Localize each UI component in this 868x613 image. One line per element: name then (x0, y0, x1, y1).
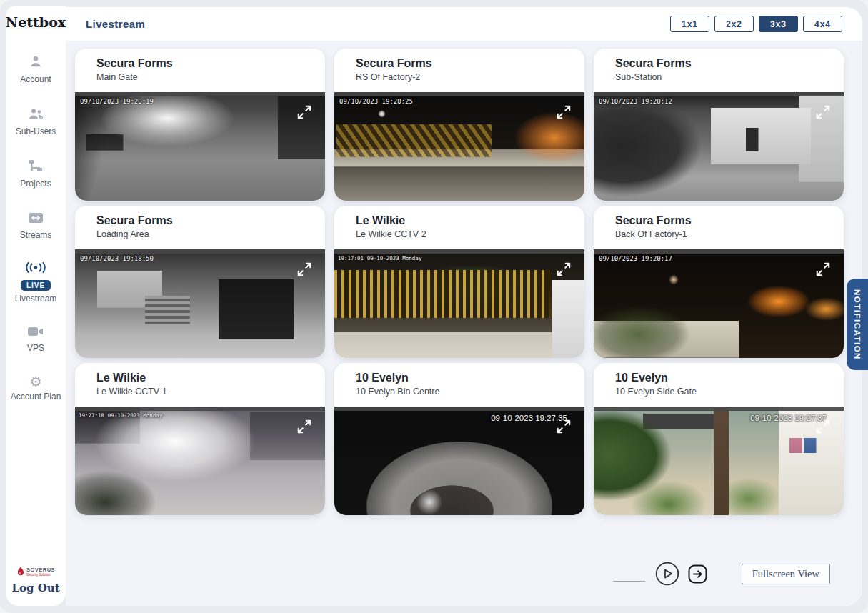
camera-video-stream[interactable]: 09/10/2023 19:20:17 (594, 249, 844, 358)
logo-text: SOVERUS Security Solution (26, 567, 55, 577)
camera-project-title: Le Wilkie (356, 214, 573, 227)
sidebar-item-streams[interactable]: Streams (6, 211, 66, 240)
sidebar-item-label: Streams (20, 231, 52, 240)
sidebar-item-label: Livestream (15, 294, 57, 304)
camera-card-header: Le Wilkie Le Wilkie CCTV 1 (75, 363, 325, 407)
layout-button-3x3[interactable]: 3x3 (759, 16, 798, 32)
play-icon (655, 562, 679, 586)
camera-project-title: Secura Forms (96, 57, 314, 70)
expand-icon[interactable] (554, 418, 573, 437)
camera-card: Le Wilkie Le Wilkie CCTV 1 19:27:18 09-1… (75, 363, 325, 515)
sidebar-item-label: Account (20, 75, 51, 84)
gear-icon: ⚙ (29, 375, 41, 389)
camera-card: Secura Forms Loading Area 09/10/2023 19:… (75, 206, 325, 358)
arrow-right-icon (688, 564, 707, 584)
live-broadcast-icon (23, 262, 49, 276)
logout-button[interactable]: Log Out (11, 582, 59, 594)
camera-video-stream[interactable]: 09/10/2023 19:18:50 (75, 249, 325, 358)
camera-name: Loading Area (96, 229, 314, 239)
expand-icon[interactable] (295, 104, 314, 122)
expand-icon[interactable] (554, 261, 573, 279)
play-button[interactable] (655, 562, 679, 586)
video-camera-icon (27, 326, 44, 340)
sidebar-item-livestream[interactable]: LIVE Livestream (6, 262, 66, 304)
camera-card: 10 Evelyn 10 Evelyn Side Gate 09-10-2023… (594, 363, 844, 515)
livestream-app: Nettbox Account Sub-Users Projects (0, 0, 868, 613)
camera-grid: Secura Forms Main Gate 09/10/2023 19:20:… (75, 49, 844, 515)
camera-name: Back Of Factory-1 (615, 229, 832, 239)
video-timestamp: 09/10/2023 19:20:25 (339, 98, 413, 105)
camera-name: Sub-Station (615, 72, 832, 82)
video-timestamp: 09/10/2023 19:20:12 (599, 98, 672, 105)
camera-video-stream[interactable]: 19:17:01 09-10-2023 Monday (334, 249, 584, 358)
camera-name: RS Of Factory-2 (356, 72, 573, 82)
brand-logo: Nettbox (6, 14, 66, 30)
camera-project-title: Secura Forms (615, 214, 832, 227)
main-header: Livestream 1x1 2x2 3x3 4x4 (66, 7, 862, 41)
logo-tagline: Security Solution (26, 573, 55, 577)
sidebar-item-vps[interactable]: VPS (6, 326, 66, 353)
sidebar-item-account[interactable]: Account (6, 54, 66, 84)
soverus-logo: SOVERUS Security Solution (16, 566, 55, 577)
expand-icon[interactable] (814, 418, 832, 437)
camera-video-stream[interactable]: 09/10/2023 19:20:19 (75, 92, 325, 201)
camera-card: Secura Forms Main Gate 09/10/2023 19:20:… (75, 49, 325, 201)
expand-icon[interactable] (814, 104, 832, 122)
video-timestamp: 19:17:01 09-10-2023 Monday (338, 255, 421, 261)
grid-layout-switcher: 1x1 2x2 3x3 4x4 (670, 16, 842, 32)
expand-icon[interactable] (554, 104, 573, 122)
sidebar-item-label: VPS (27, 344, 44, 353)
video-timestamp: 09/10/2023 19:20:19 (80, 98, 154, 105)
layout-button-1x1[interactable]: 1x1 (670, 16, 709, 32)
flame-icon (16, 566, 25, 577)
camera-card: Secura Forms RS Of Factory-2 09/10/2023 … (334, 49, 584, 201)
playback-controls: Fullscreen View (613, 562, 830, 586)
video-timestamp: 19:27:18 09-10-2023 Monday (79, 412, 162, 419)
project-tree-icon (28, 159, 44, 176)
expand-icon[interactable] (295, 418, 314, 437)
user-icon (28, 54, 44, 71)
camera-name: Le Wilkie CCTV 2 (356, 229, 573, 239)
camera-card: Le Wilkie Le Wilkie CCTV 2 19:17:01 09-1… (334, 206, 584, 358)
camera-video-stream[interactable]: 09-10-2023 19:27:35 (334, 407, 584, 515)
sidebar-item-account-plan[interactable]: ⚙ Account Plan (6, 375, 66, 402)
fullscreen-view-button[interactable]: Fullscreen View (742, 564, 830, 584)
camera-video-stream[interactable]: 09/10/2023 19:20:12 (594, 92, 844, 201)
camera-card-header: 10 Evelyn 10 Evelyn Side Gate (594, 363, 844, 407)
camera-video-stream[interactable]: 09-10-2023 19:27:37 (594, 407, 844, 515)
content-area: Secura Forms Main Gate 09/10/2023 19:20:… (66, 41, 862, 606)
video-timestamp: 09/10/2023 19:20:17 (599, 255, 672, 262)
camera-video-stream[interactable]: 19:27:18 09-10-2023 Monday (75, 407, 325, 515)
camera-name: 10 Evelyn Side Gate (615, 387, 832, 397)
sidebar-item-label: Account Plan (11, 392, 61, 402)
camera-name: Le Wilkie CCTV 1 (96, 387, 314, 397)
sidebar-item-sub-users[interactable]: Sub-Users (6, 106, 66, 136)
camera-project-title: Secura Forms (356, 57, 573, 70)
notification-tab[interactable]: NOTIFICATION (847, 279, 868, 370)
logout-area: SOVERUS Security Solution Log Out (6, 566, 66, 594)
sidebar-item-label: Sub-Users (16, 127, 56, 136)
camera-card-header: Secura Forms Sub-Station (594, 49, 844, 92)
camera-card-header: Secura Forms Back Of Factory-1 (594, 206, 844, 249)
users-gear-icon (27, 106, 44, 124)
logo-name: SOVERUS (26, 567, 55, 573)
camera-card: Secura Forms Back Of Factory-1 09/10/202… (594, 206, 844, 358)
camera-card-header: Secura Forms Loading Area (75, 206, 325, 249)
layout-button-2x2[interactable]: 2x2 (714, 16, 754, 32)
layout-button-4x4[interactable]: 4x4 (803, 16, 842, 32)
expand-icon[interactable] (295, 261, 314, 279)
video-timestamp: 09/10/2023 19:18:50 (80, 255, 154, 262)
camera-project-title: Le Wilkie (96, 372, 314, 384)
expand-icon[interactable] (814, 261, 832, 279)
camera-project-title: 10 Evelyn (356, 372, 573, 384)
camera-card-header: Secura Forms RS Of Factory-2 (334, 49, 584, 92)
page-indicator-line (613, 581, 645, 582)
camera-card-header: Secura Forms Main Gate (75, 49, 325, 92)
sidebar-item-projects[interactable]: Projects (6, 159, 66, 189)
next-page-button[interactable] (688, 564, 707, 584)
sidebar-nav: Account Sub-Users Projects Streams (6, 54, 66, 424)
camera-video-stream[interactable]: 09/10/2023 19:20:25 (334, 92, 584, 201)
camera-card-header: 10 Evelyn 10 Evelyn Bin Centre (334, 363, 584, 407)
camera-card-header: Le Wilkie Le Wilkie CCTV 2 (334, 206, 584, 249)
camera-name: 10 Evelyn Bin Centre (356, 387, 573, 397)
